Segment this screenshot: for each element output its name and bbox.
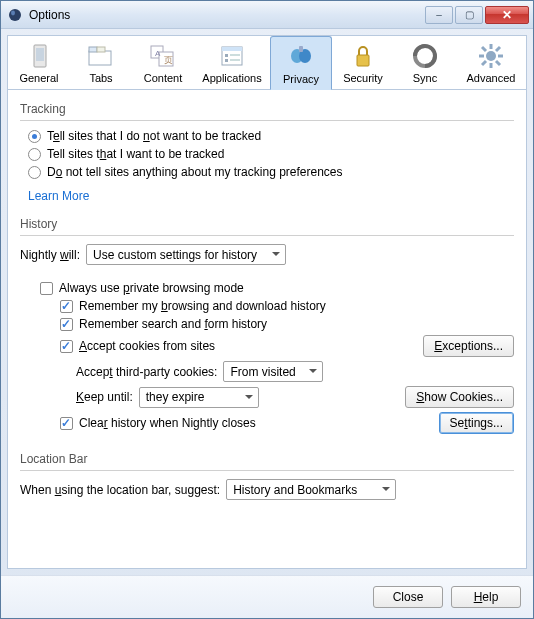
- svg-rect-19: [299, 46, 303, 52]
- options-window: Options – ▢ ✕ General Tabs A页 Content Ap…: [0, 0, 534, 619]
- svg-rect-20: [357, 55, 369, 66]
- suggest-label: When using the location bar, suggest:: [20, 483, 220, 497]
- svg-text:A: A: [155, 49, 161, 58]
- checkbox-icon: [60, 417, 73, 430]
- history-will-label: Nightly will:: [20, 248, 80, 262]
- window-buttons: – ▢ ✕: [423, 6, 529, 24]
- locationbar-heading: Location Bar: [20, 452, 514, 466]
- checkbox-icon: [60, 340, 73, 353]
- maximize-button[interactable]: ▢: [455, 6, 483, 24]
- preferences-tabbar: General Tabs A页 Content Applications Pri…: [8, 36, 526, 90]
- check-remember-search[interactable]: Remember search and form history: [60, 317, 514, 331]
- divider: [20, 235, 514, 236]
- check-clear-on-close[interactable]: Clear history when Nightly closes: [79, 416, 256, 430]
- check-remember-browsing[interactable]: Remember my browsing and download histor…: [60, 299, 514, 313]
- general-icon: [23, 42, 55, 70]
- checkbox-icon: [40, 282, 53, 295]
- tracking-heading: Tracking: [20, 102, 514, 116]
- svg-line-29: [482, 61, 486, 65]
- radio-do-track[interactable]: Tell sites that I want to be tracked: [28, 147, 514, 161]
- dialog-footer: Close Help: [1, 575, 533, 618]
- tab-applications[interactable]: Applications: [194, 36, 270, 89]
- svg-rect-6: [97, 47, 105, 52]
- keep-until-label: Keep until:: [76, 390, 133, 404]
- tab-content[interactable]: A页 Content: [132, 36, 194, 89]
- privacy-pane: Tracking Tell sites that I do not want t…: [8, 90, 526, 568]
- suggest-select[interactable]: History and Bookmarks: [226, 479, 396, 500]
- svg-rect-3: [36, 48, 44, 61]
- check-accept-cookies[interactable]: Accept cookies from sites: [79, 339, 215, 353]
- accept-third-select[interactable]: From visited: [223, 361, 323, 382]
- tab-tabs[interactable]: Tabs: [70, 36, 132, 89]
- show-cookies-button[interactable]: Show Cookies...: [405, 386, 514, 408]
- help-button[interactable]: Help: [451, 586, 521, 608]
- tabs-icon: [85, 42, 117, 70]
- tab-general[interactable]: General: [8, 36, 70, 89]
- content-icon: A页: [147, 42, 179, 70]
- svg-line-28: [496, 47, 500, 51]
- radio-icon: [28, 166, 41, 179]
- keep-until-select[interactable]: they expire: [139, 387, 259, 408]
- minimize-button[interactable]: –: [425, 6, 453, 24]
- svg-rect-16: [230, 59, 240, 61]
- checkbox-icon: [60, 300, 73, 313]
- radio-icon: [28, 148, 41, 161]
- svg-point-1: [11, 10, 15, 15]
- svg-rect-5: [89, 47, 97, 52]
- advanced-icon: [475, 42, 507, 70]
- exceptions-button[interactable]: Exceptions...: [423, 335, 514, 357]
- checkbox-icon: [60, 318, 73, 331]
- svg-rect-14: [225, 59, 228, 62]
- learn-more-link[interactable]: Learn More: [28, 189, 89, 203]
- window-title: Options: [29, 8, 423, 22]
- divider: [20, 120, 514, 121]
- app-icon: [7, 7, 23, 23]
- radio-icon: [28, 130, 41, 143]
- history-mode-select[interactable]: Use custom settings for history: [86, 244, 286, 265]
- applications-icon: [216, 42, 248, 70]
- check-always-private[interactable]: Always use private browsing mode: [40, 281, 514, 295]
- accept-third-label: Accept third-party cookies:: [76, 365, 217, 379]
- svg-line-27: [496, 61, 500, 65]
- tab-sync[interactable]: Sync: [394, 36, 456, 89]
- privacy-icon: [285, 43, 317, 71]
- tab-security[interactable]: Security: [332, 36, 394, 89]
- tab-advanced[interactable]: Advanced: [456, 36, 526, 89]
- radio-no-pref[interactable]: Do not tell sites anything about my trac…: [28, 165, 514, 179]
- svg-rect-13: [225, 54, 228, 57]
- security-icon: [347, 42, 379, 70]
- close-window-button[interactable]: ✕: [485, 6, 529, 24]
- settings-button[interactable]: Settings...: [439, 412, 514, 434]
- divider: [20, 470, 514, 471]
- radio-do-not-track[interactable]: Tell sites that I do not want to be trac…: [28, 129, 514, 143]
- svg-line-26: [482, 47, 486, 51]
- svg-rect-12: [222, 47, 242, 51]
- svg-rect-4: [89, 51, 111, 65]
- content-area: General Tabs A页 Content Applications Pri…: [7, 35, 527, 569]
- close-button[interactable]: Close: [373, 586, 443, 608]
- svg-rect-15: [230, 54, 240, 56]
- svg-point-21: [486, 51, 496, 61]
- tab-privacy[interactable]: Privacy: [270, 36, 332, 90]
- sync-icon: [409, 42, 441, 70]
- titlebar: Options – ▢ ✕: [1, 1, 533, 29]
- history-heading: History: [20, 217, 514, 231]
- svg-text:页: 页: [164, 55, 173, 65]
- svg-point-0: [9, 9, 21, 21]
